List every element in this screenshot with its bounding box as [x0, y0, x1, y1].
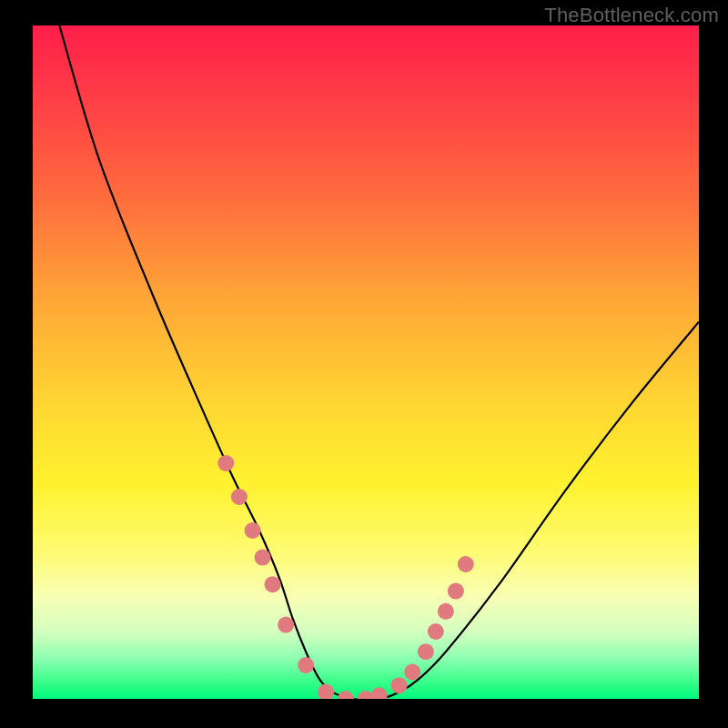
sample-point: [245, 522, 261, 539]
sample-point: [231, 489, 248, 505]
sample-point: [418, 643, 434, 660]
curve-line: [59, 25, 699, 699]
plot-area: [33, 25, 699, 699]
sample-point: [458, 556, 474, 572]
sample-point: [404, 663, 420, 680]
sample-point: [217, 455, 234, 471]
sample-point: [371, 687, 388, 699]
bottleneck-curve: [33, 25, 699, 699]
sample-point: [391, 677, 408, 693]
sample-point: [448, 583, 464, 600]
sample-point: [438, 603, 454, 620]
sample-point: [298, 657, 314, 673]
watermark-text: TheBottleneck.com: [544, 4, 719, 27]
sample-point: [428, 623, 444, 640]
sample-point: [278, 617, 294, 633]
chart-frame: TheBottleneck.com: [0, 0, 728, 728]
sample-point: [338, 691, 354, 699]
sample-point: [255, 550, 271, 566]
sample-point: [318, 684, 334, 699]
sample-point: [265, 576, 281, 592]
